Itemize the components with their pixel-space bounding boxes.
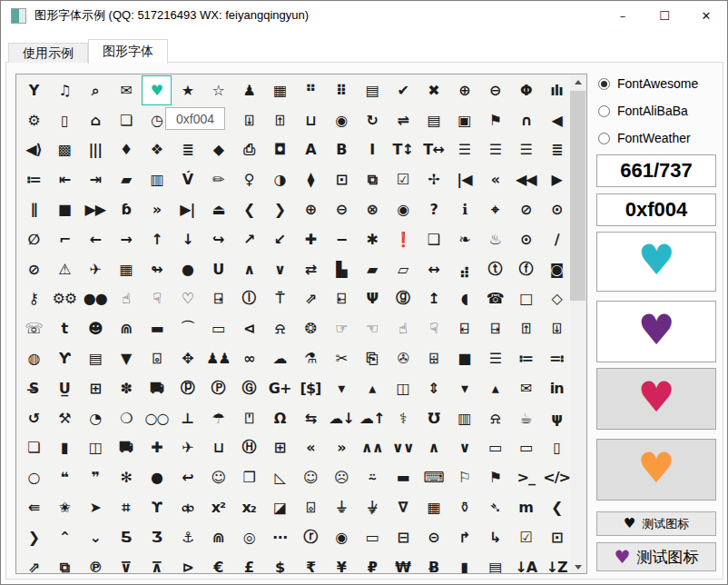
icon-plane[interactable]: ✈ [80, 254, 111, 284]
icon-picture-o[interactable]: ▥ [142, 164, 172, 194]
icon-eraser[interactable]: ◪ [264, 492, 295, 522]
icon-volume-up[interactable]: ◀⟩ [18, 135, 49, 165]
icon-save[interactable]: ⌹ [418, 343, 449, 373]
icon-square[interactable]: ■ [448, 343, 479, 373]
icon-hospital-o[interactable]: ◫ [80, 433, 111, 463]
icon-linkedin[interactable]: in [541, 373, 572, 403]
icon-crosshairs[interactable]: ⌖ [479, 194, 510, 224]
icon-folder[interactable]: ▰ [357, 254, 388, 284]
icon-random[interactable]: ↬ [142, 254, 172, 284]
icon-film[interactable]: ▦ [264, 75, 295, 105]
icon-arrow-circle-o-down[interactable]: ⍗ [233, 105, 264, 135]
icon-hdd-o[interactable]: ▭ [202, 313, 233, 343]
icon-chevron-right[interactable]: ❯ [264, 194, 295, 224]
icon-indent[interactable]: ⇥ [80, 164, 111, 194]
icon-times-circle[interactable]: ⊗ [357, 194, 388, 224]
icon-th-list[interactable]: ▤ [357, 75, 388, 105]
icon-pencil-square-o[interactable]: ⊡ [326, 164, 357, 194]
icon-external-link-square[interactable]: ⇗ [18, 552, 49, 574]
icon-level-up[interactable]: ↱ [448, 522, 479, 552]
icon-list-ol[interactable]: ≕ [541, 343, 572, 373]
icon-unlock-alt[interactable]: ⋒ [202, 522, 233, 552]
icon-angle-double-down[interactable]: ∨∨ [388, 433, 418, 463]
icon-check-square-o[interactable]: ☑ [388, 164, 418, 194]
icon-arrows[interactable]: ✢ [418, 164, 449, 194]
icon-plus[interactable]: ✚ [295, 224, 326, 254]
icon-reply[interactable]: ↩ [172, 462, 202, 492]
icon-heart-o[interactable]: ♡ [172, 284, 202, 314]
icon-maxcdn[interactable]: m [510, 492, 541, 522]
icon-chevron-circle-right[interactable]: ❯ [18, 522, 49, 552]
icon-github-square[interactable]: ⓖ [388, 284, 418, 314]
icon-desktop[interactable]: ▭ [479, 433, 510, 463]
icon-font[interactable]: A [295, 135, 326, 165]
icon-search-plus[interactable]: ⊕ [448, 75, 479, 105]
icon-bar-chart[interactable]: ⣴ [448, 254, 479, 284]
icon-file[interactable]: ▮ [448, 552, 479, 574]
icon-github-alt[interactable]: ☺ [202, 462, 233, 492]
icon-folder-o[interactable]: ❐ [233, 462, 264, 492]
icon-check-circle-o[interactable]: ⊙ [541, 194, 572, 224]
icon-frown-o[interactable]: ☹ [326, 462, 357, 492]
icon-list-alt[interactable]: ▤ [418, 105, 449, 135]
icon-sort-alpha-asc[interactable]: ↓A [510, 552, 541, 574]
icon-times[interactable]: ✖ [418, 75, 449, 105]
icon-caret-square-o-down[interactable]: ⊽ [111, 552, 142, 574]
icon-plus-circle[interactable]: ⊕ [295, 194, 326, 224]
icon-warning[interactable]: ⚠ [49, 254, 80, 284]
icon-angle-double-up[interactable]: ∧∧ [357, 433, 388, 463]
icon-arrow-up[interactable]: ↑ [142, 224, 172, 254]
icon-lightbulb-o[interactable]: Ω [264, 403, 295, 433]
icon-briefcase[interactable]: ⌻ [142, 343, 172, 373]
icon-circle[interactable]: ● [142, 462, 172, 492]
icon-forward[interactable]: ▶▶ [80, 194, 111, 224]
icon-search[interactable]: ⌕ [80, 75, 111, 105]
icon-expand[interactable]: ↗ [233, 224, 264, 254]
icon-file-o[interactable]: ❏ [111, 105, 142, 135]
icon-keyboard-o[interactable]: ⌨ [418, 462, 449, 492]
icon-angle-double-left[interactable]: « [295, 433, 326, 463]
icon-stethoscope[interactable]: ℧ [418, 403, 449, 433]
tab-graphic-font[interactable]: 图形字体 [88, 39, 168, 64]
icon-sort-desc[interactable]: ▾ [448, 373, 479, 403]
icon-folder-open[interactable]: ▱ [388, 254, 418, 284]
icon-link[interactable]: ∞ [233, 343, 264, 373]
icon-lemon-o[interactable]: ◖ [448, 284, 479, 314]
icon-globe[interactable]: ◍ [18, 343, 49, 373]
icon-video-camera[interactable]: ▰ [111, 164, 142, 194]
test-icon-button-2[interactable]: ♥测试图标 [596, 542, 716, 571]
icon-glyph-f05f[interactable]: ⌐ [49, 224, 80, 254]
icon-rss-square[interactable]: ⓡ [295, 522, 326, 552]
icon-sign-in[interactable]: ⍇ [326, 284, 357, 314]
icon-fire-extinguisher[interactable]: ⚱ [448, 492, 479, 522]
icon-leaf[interactable]: ❧ [448, 224, 479, 254]
icon-suitcase[interactable]: ▥ [448, 403, 479, 433]
icon-th[interactable]: ⠿ [326, 75, 357, 105]
icon-camera[interactable]: ◘ [264, 135, 295, 165]
icon-user[interactable]: ♟ [233, 75, 264, 105]
icon-google-plus[interactable]: G+ [264, 373, 295, 403]
icon-h-square[interactable]: Ⓗ [233, 433, 264, 463]
icon-minus-square-o[interactable]: ⊝ [418, 522, 449, 552]
vertical-scrollbar[interactable] [570, 75, 585, 574]
maximize-button[interactable]: ☐ [644, 1, 685, 30]
icon-location-arrow[interactable]: ➤ [80, 492, 111, 522]
icon-comments-o[interactable]: ○○ [142, 403, 172, 433]
icon-eye[interactable]: ⊙ [510, 224, 541, 254]
icon-minus-square[interactable]: ⊟ [388, 522, 418, 552]
icon-crop[interactable]: ⌗ [111, 492, 142, 522]
icon-credit-card[interactable]: ▬ [142, 313, 172, 343]
icon-folder-open-o[interactable]: ◺ [264, 462, 295, 492]
icon-hand-o-left[interactable]: ☜ [357, 313, 388, 343]
icon-glass[interactable]: Y [18, 75, 49, 105]
icon-chevron-circle-up[interactable]: ⌃ [49, 522, 80, 552]
icon-underline[interactable]: U̲ [49, 373, 80, 403]
icon-minus-circle[interactable]: ⊖ [326, 194, 357, 224]
icon-caret-up[interactable]: ▴ [357, 373, 388, 403]
icon-flag-o[interactable]: ⚐ [448, 462, 479, 492]
icon-anchor[interactable]: ⚓ [172, 522, 202, 552]
icon-eur[interactable]: € [202, 552, 233, 574]
minimize-button[interactable]: – [602, 1, 644, 30]
icon-ellipsis-h[interactable]: ⋯ [264, 522, 295, 552]
icon-arrows-h[interactable]: ↔ [418, 254, 449, 284]
